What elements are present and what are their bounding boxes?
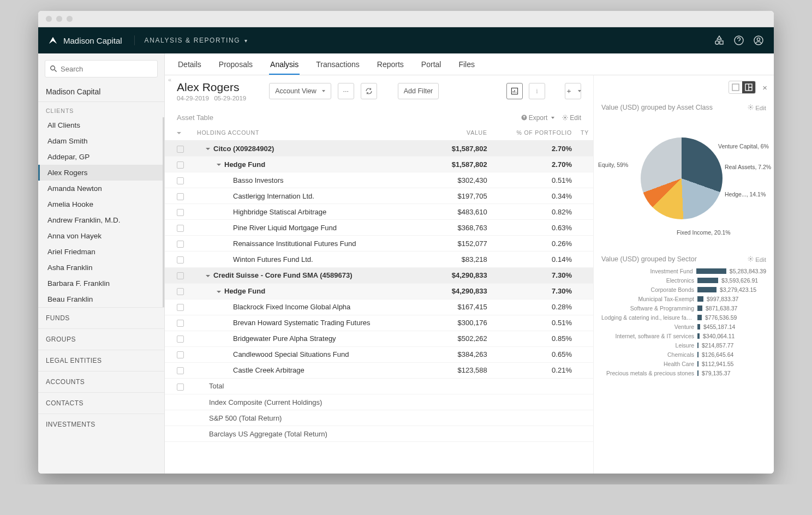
sidebar-category[interactable]: GROUPS [38,328,164,350]
sidebar-client-item[interactable]: Alex Rogers [38,165,163,181]
close-panel-icon[interactable]: × [762,83,767,92]
collapse-handle-icon[interactable]: « [168,76,171,83]
tab-files[interactable]: Files [457,60,476,75]
view-toggle-chart[interactable] [506,83,523,99]
pie-edit-button[interactable]: Edit [748,104,766,111]
tab-transactions[interactable]: Transactions [315,60,361,75]
table-row[interactable]: Candlewood Special Situations Fund$384,2… [165,346,593,362]
sidebar-category[interactable]: CONTACTS [38,392,164,414]
row-checkbox[interactable] [177,384,184,391]
org-link[interactable]: Madison Capital [38,83,164,101]
add-filter-button[interactable]: Add Filter [398,83,439,99]
table-row[interactable]: Basso Investors$302,4300.51% [165,172,593,188]
table-row[interactable]: Citco (X09284902)$1,587,8022.70% [165,141,593,157]
table-row[interactable]: Pine River Liquid Mortgage Fund$368,7630… [165,220,593,236]
expand-toggle-icon[interactable] [217,291,221,293]
sidebar-client-item[interactable]: Ariel Friedman [38,244,163,260]
row-checkbox[interactable] [177,241,184,248]
col-holding[interactable]: HOLDING ACCOUNT [193,124,433,141]
sidebar-client-item[interactable]: All Clients [38,117,163,133]
refresh-button[interactable] [361,83,377,99]
export-button[interactable]: Export [521,114,555,122]
table-row[interactable]: Winton Futures Fund Ltd.$83,2180.14% [165,251,593,267]
row-checkbox[interactable] [177,351,184,358]
col-type[interactable]: TY [576,124,593,141]
sidebar-client-item[interactable]: Beau Franklin [38,291,163,307]
table-row[interactable]: Castle Creek Arbitrage$123,5880.21% [165,362,593,378]
expand-toggle-icon[interactable] [217,164,221,166]
row-checkbox[interactable] [177,177,184,184]
sidebar-client-item[interactable]: Anna von Hayek [38,228,163,244]
table-row[interactable]: Castlerigg Internation Ltd.$197,7050.34% [165,188,593,204]
table-row[interactable]: Highbridge Statiscal Arbitrage$483,6100.… [165,204,593,220]
row-checkbox[interactable] [177,161,184,169]
row-checkbox[interactable] [177,336,184,343]
sidebar-category[interactable]: LEGAL ENTITIES [38,350,164,371]
tab-analysis[interactable]: Analysis [269,60,300,75]
sidebar-category[interactable]: ACCOUNTS [38,371,164,392]
row-checkbox[interactable] [177,272,184,279]
expand-toggle-icon[interactable] [206,148,210,150]
user-icon[interactable] [753,35,764,46]
more-button[interactable]: ··· [338,83,354,99]
table-edit-button[interactable]: Edit [562,114,581,122]
section-nav[interactable]: ANALYSIS & REPORTING ▾ [145,37,248,44]
tab-proposals[interactable]: Proposals [218,60,254,75]
row-checkbox[interactable] [177,193,184,200]
tab-reports[interactable]: Reports [376,60,405,75]
row-checkbox[interactable] [177,288,184,295]
help-icon[interactable] [733,35,744,46]
expand-toggle-icon[interactable] [206,275,210,277]
col-pct[interactable]: % OF PORTFOLIO [492,124,576,141]
shapes-icon[interactable] [714,35,725,46]
sidebar-client-item[interactable]: Adam Smith [38,133,163,149]
table-row[interactable]: Brevan Howard Systematic Trading Futures… [165,315,593,331]
client-title-block: Alex Rogers 04-29-2019 05-29-2019 [177,81,246,101]
traffic-light-close[interactable] [46,16,52,22]
view-toggle-info[interactable]: i [529,83,545,99]
row-checkbox[interactable] [177,225,184,232]
traffic-light-max[interactable] [67,16,73,22]
row-checkbox[interactable] [177,304,184,311]
add-widget-button[interactable]: ＋ [565,83,581,99]
sidebar-client-item[interactable]: Amelia Hooke [38,196,163,212]
brand[interactable]: Madison Capital [48,35,135,45]
tab-portal[interactable]: Portal [420,60,443,75]
row-checkbox[interactable] [177,367,184,374]
view-select[interactable]: Account View [269,83,331,99]
sidebar-client-item[interactable]: Amanda Newton [38,181,163,196]
sidebar-category[interactable]: FUNDS [38,307,164,328]
table-footer-row[interactable]: S&P 500 (Total Return) [165,410,593,426]
traffic-light-min[interactable] [56,16,62,22]
search-input[interactable] [61,65,153,73]
sidebar-category[interactable]: INVESTMENTS [38,414,164,435]
table-row[interactable]: Hedge Fund$1,587,8022.70% [165,157,593,172]
layout-single[interactable] [729,81,742,93]
chevron-down-icon [551,117,554,119]
tab-details[interactable]: Details [177,60,202,75]
table-footer-row[interactable]: Barclays US Aggregate (Total Return) [165,426,593,442]
table-row[interactable]: Blackrock Fixed Income Global Alpha$167,… [165,299,593,315]
mac-titlebar [38,11,774,27]
table-row[interactable]: Bridgewater Pure Alpha Strategy$502,2620… [165,331,593,346]
table-row[interactable]: Hedge Fund$4,290,8337.30% [165,283,593,299]
table-footer-row[interactable]: Index Composite (Current Holdings) [165,394,593,410]
row-checkbox[interactable] [177,320,184,327]
layout-split[interactable] [742,81,755,93]
col-value[interactable]: VALUE [433,124,492,141]
bar-edit-button[interactable]: Edit [748,256,766,263]
panel-layout-toggle[interactable] [729,81,756,94]
sidebar-client-item[interactable]: Addepar, GP [38,149,163,165]
panel-toolbar: × [594,75,774,97]
row-checkbox[interactable] [177,146,184,153]
table-row[interactable]: Renaissance Institutional Futures Fund$1… [165,236,593,251]
sidebar-client-item[interactable]: Asha Franklin [38,260,163,276]
expand-toggle-icon[interactable] [177,132,181,134]
table-footer-row[interactable]: Total [165,378,593,394]
row-checkbox[interactable] [177,209,184,216]
search-input-wrap[interactable] [45,60,158,77]
sidebar-client-item[interactable]: Barbara F. Franklin [38,276,163,291]
sidebar-client-item[interactable]: Andrew Franklin, M.D. [38,212,163,228]
table-row[interactable]: Credit Suisse - Core Fund SMA (4589673)$… [165,267,593,283]
row-checkbox[interactable] [177,256,184,264]
